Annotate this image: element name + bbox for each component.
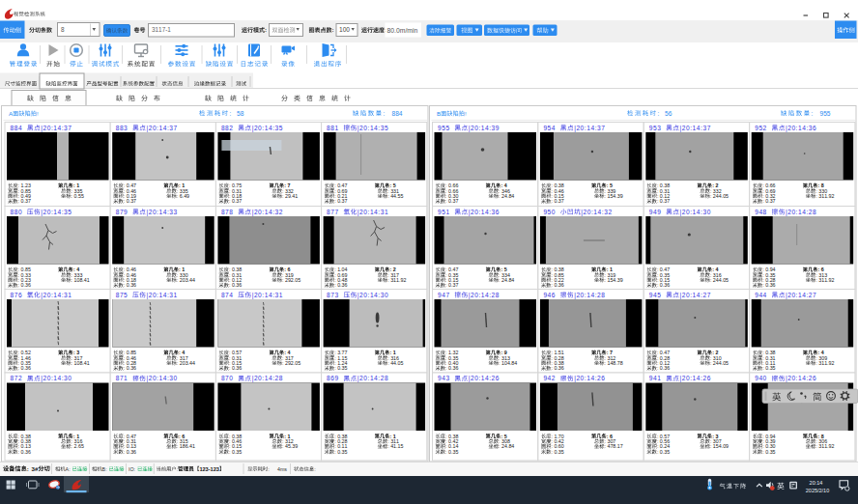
svg-text:|20:14:30: |20:14:30 <box>41 375 72 382</box>
svg-text:945: 945 <box>649 292 662 298</box>
svg-text:: 0.37: : 0.37 <box>18 198 31 204</box>
svg-text:|20:14:37: |20:14:37 <box>574 125 605 132</box>
svg-text:80.0m/min: 80.0m/min <box>387 27 418 34</box>
svg-text:: 292.05: : 292.05 <box>282 277 300 283</box>
svg-text::: : <box>230 110 233 117</box>
svg-text:|20:14:35: |20:14:35 <box>252 125 283 132</box>
svg-text::: : <box>658 110 661 117</box>
svg-text:: 45.39: : 45.39 <box>282 443 298 449</box>
svg-text:56: 56 <box>665 110 672 117</box>
svg-text:: 0.37: : 0.37 <box>762 198 775 204</box>
svg-text:940: 940 <box>755 375 767 381</box>
svg-text:: 0.37: : 0.37 <box>124 198 136 204</box>
svg-text:: 0.35: : 0.35 <box>229 449 242 455</box>
svg-text:874: 874 <box>221 292 234 298</box>
svg-text:: 148.78: : 148.78 <box>605 360 623 366</box>
svg-text:: 154.39: : 154.39 <box>605 277 623 283</box>
svg-text:: 0.37: : 0.37 <box>445 282 458 288</box>
svg-text:: 0.36: : 0.36 <box>552 282 564 288</box>
svg-text:: 0.36: : 0.36 <box>18 449 31 455</box>
svg-text:|20:14:28: |20:14:28 <box>574 292 605 299</box>
svg-text:948: 948 <box>755 209 767 215</box>
svg-text::: : <box>314 466 315 472</box>
svg-text:: 0.35: : 0.35 <box>552 449 564 455</box>
svg-text::: : <box>27 465 29 472</box>
svg-text::: : <box>812 110 815 117</box>
svg-text:: 2.65: : 2.65 <box>72 443 84 449</box>
svg-text:A:: A: <box>66 466 71 472</box>
svg-text:: 24.84: : 24.84 <box>499 443 514 449</box>
svg-text:870: 870 <box>221 375 234 381</box>
svg-text:944: 944 <box>755 292 767 298</box>
svg-text:875: 875 <box>116 292 129 298</box>
svg-text:871: 871 <box>116 375 129 381</box>
svg-text:: 0.36: : 0.36 <box>18 282 31 288</box>
svg-text:: 0.55: : 0.55 <box>72 193 84 199</box>
svg-text:|20:14:32: |20:14:32 <box>581 209 612 216</box>
svg-text:: 0.35: : 0.35 <box>445 449 458 455</box>
svg-text:951: 951 <box>438 209 450 215</box>
svg-text:3117-1: 3117-1 <box>152 26 171 33</box>
svg-text:|20:14:28: |20:14:28 <box>469 292 500 299</box>
svg-text:: 0.36: : 0.36 <box>18 365 31 371</box>
svg-text:: 203.44: : 203.44 <box>177 360 195 366</box>
svg-text::: : <box>332 27 334 33</box>
svg-text:: 0.36: : 0.36 <box>124 449 136 455</box>
svg-text:: 244.05: : 244.05 <box>710 277 729 283</box>
svg-text:: 203.44: : 203.44 <box>177 277 195 283</box>
svg-text:|20:14:37: |20:14:37 <box>41 125 72 132</box>
svg-text:: 0.36: : 0.36 <box>229 282 242 288</box>
svg-text:882: 882 <box>221 125 234 131</box>
svg-text:3#: 3# <box>32 465 39 472</box>
svg-text:950: 950 <box>543 209 556 215</box>
svg-text:883: 883 <box>116 125 129 131</box>
svg-text:946: 946 <box>543 292 556 298</box>
svg-text:|20:14:35: |20:14:35 <box>41 209 72 216</box>
svg-text:: 0.35: : 0.35 <box>762 449 775 455</box>
svg-text:|20:14:33: |20:14:33 <box>146 209 177 216</box>
svg-text:955: 955 <box>820 110 831 117</box>
svg-text:|20:14:30: |20:14:30 <box>146 375 177 382</box>
svg-text:: 311.92: : 311.92 <box>815 277 834 283</box>
svg-text:100: 100 <box>339 26 350 33</box>
svg-text:: 24.84: : 24.84 <box>499 277 514 283</box>
svg-text:: 0.35: : 0.35 <box>334 449 347 455</box>
svg-text:941: 941 <box>649 375 662 381</box>
svg-text:|20:14:28: |20:14:28 <box>358 375 388 382</box>
svg-text:|20:14:31: |20:14:31 <box>358 209 388 216</box>
svg-text:!: ! <box>465 110 467 117</box>
svg-text:: 104.84: : 104.84 <box>499 360 517 366</box>
svg-text:|20:14:32: |20:14:32 <box>252 209 283 216</box>
svg-text:|20:14:37: |20:14:37 <box>680 125 711 132</box>
svg-text:|20:14:30: |20:14:30 <box>358 292 388 299</box>
svg-text:|20:14:39: |20:14:39 <box>469 125 500 132</box>
svg-text:: 6.49: : 6.49 <box>177 193 189 199</box>
svg-text:880: 880 <box>11 209 23 215</box>
svg-text:947: 947 <box>438 292 450 298</box>
svg-text:|20:14:26: |20:14:26 <box>786 375 816 382</box>
svg-text:: 0.35: : 0.35 <box>334 365 347 371</box>
svg-text:949: 949 <box>649 209 662 215</box>
svg-text:: 24.84: : 24.84 <box>499 193 514 199</box>
svg-text:123-123: 123-123 <box>199 466 219 472</box>
svg-text:: 311.92: : 311.92 <box>815 443 834 449</box>
svg-text:!: ! <box>37 110 39 117</box>
svg-text::: : <box>384 110 386 117</box>
svg-text:: 0.37: : 0.37 <box>552 198 564 204</box>
svg-text:884: 884 <box>392 110 403 117</box>
svg-text:20:14: 20:14 <box>810 480 823 486</box>
svg-text:: 0.35: : 0.35 <box>657 449 670 455</box>
svg-text:952: 952 <box>755 125 767 131</box>
svg-text:: 0.37: : 0.37 <box>229 198 242 204</box>
svg-text:: 478.17: : 478.17 <box>605 443 623 449</box>
svg-text:: 0.36: : 0.36 <box>124 282 136 288</box>
svg-text:954: 954 <box>543 125 556 131</box>
svg-text:943: 943 <box>438 375 450 381</box>
svg-text:: 0.36: : 0.36 <box>445 365 458 371</box>
svg-text:B: B <box>437 110 441 117</box>
svg-text:: 44.05: : 44.05 <box>387 360 403 366</box>
svg-text:: 44.55: : 44.55 <box>387 193 403 199</box>
svg-text:|20:14:26: |20:14:26 <box>680 375 711 382</box>
svg-text:: 186.41: : 186.41 <box>177 443 195 449</box>
svg-text:: 0.36: : 0.36 <box>657 365 670 371</box>
